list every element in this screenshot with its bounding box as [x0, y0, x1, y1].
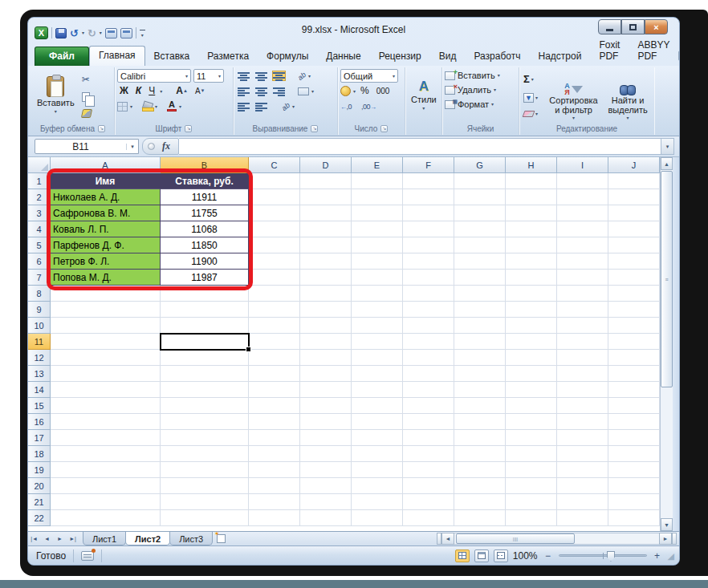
copy-button[interactable]: ▾	[80, 92, 96, 102]
cell-E6[interactable]	[352, 253, 403, 270]
cell-F16[interactable]	[403, 414, 454, 430]
tab-Foxit PDF[interactable]: Foxit PDF	[590, 35, 629, 66]
cell-F17[interactable]	[403, 430, 454, 446]
excel-logo-icon[interactable]: X	[35, 26, 48, 39]
cell-I20[interactable]	[557, 478, 608, 494]
cell-J3[interactable]	[608, 205, 660, 221]
cell-J13[interactable]	[608, 366, 660, 382]
cell-I9[interactable]	[557, 302, 608, 318]
cell-D11[interactable]	[300, 334, 352, 350]
cell-J8[interactable]	[608, 286, 660, 302]
vertical-scrollbar[interactable]: ▲ ≡ ▼	[660, 157, 673, 531]
cell-G11[interactable]	[454, 334, 506, 350]
cell-I12[interactable]	[557, 350, 608, 366]
align-middle-button[interactable]	[255, 71, 267, 80]
grow-font-button[interactable]: А▲	[173, 85, 190, 97]
cell-I15[interactable]	[557, 398, 608, 414]
cell-G16[interactable]	[454, 414, 506, 430]
scroll-up-icon[interactable]: ▲	[661, 157, 673, 170]
zoom-slider-thumb[interactable]	[607, 551, 615, 562]
delete-cells-button[interactable]: × Удалить▾	[445, 83, 516, 97]
cell-H11[interactable]	[506, 334, 557, 350]
page-break-view-button[interactable]	[494, 549, 508, 562]
cell-A15[interactable]	[51, 398, 161, 414]
cell-C2[interactable]	[249, 189, 300, 205]
cell-C8[interactable]	[249, 286, 300, 302]
cell-F11[interactable]	[403, 334, 454, 350]
cell-G12[interactable]	[454, 350, 506, 366]
fill-color-icon[interactable]	[142, 102, 153, 112]
cell-F1[interactable]	[403, 173, 454, 189]
shrink-font-button[interactable]: А▼	[193, 85, 208, 97]
cell-I5[interactable]	[557, 237, 608, 253]
cell-G3[interactable]	[454, 205, 506, 221]
cell-G5[interactable]	[454, 237, 506, 253]
tab-Главная[interactable]: Главная	[89, 46, 145, 66]
cell-F2[interactable]	[403, 189, 454, 205]
cell-E16[interactable]	[352, 414, 403, 430]
align-top-button[interactable]	[238, 71, 250, 80]
cell-A9[interactable]	[51, 302, 161, 318]
cell-G8[interactable]	[454, 286, 506, 302]
close-button[interactable]: ×	[645, 19, 668, 34]
cell-B17[interactable]	[161, 430, 249, 446]
cell-A10[interactable]	[51, 318, 161, 334]
align-center-button[interactable]	[255, 87, 267, 95]
formula-input[interactable]	[179, 138, 661, 155]
row-header-10[interactable]: 10	[28, 318, 51, 334]
first-sheet-button[interactable]: |◄	[28, 532, 41, 545]
scrollbar-resize-handle[interactable]	[672, 533, 677, 545]
tab-Рецензир[interactable]: Рецензир	[370, 47, 430, 66]
cell-J12[interactable]	[608, 350, 660, 366]
cell-A21[interactable]	[51, 494, 161, 510]
cell-B10[interactable]	[161, 318, 249, 334]
cell-E7[interactable]	[352, 270, 403, 286]
cell-G22[interactable]	[454, 510, 506, 526]
cell-I8[interactable]	[557, 286, 608, 302]
percent-format-button[interactable]: %	[358, 85, 372, 97]
row-header-13[interactable]: 13	[28, 366, 51, 382]
cell-C17[interactable]	[249, 430, 300, 446]
horizontal-scroll-thumb[interactable]: ||||	[456, 533, 575, 544]
increase-indent-button[interactable]	[255, 102, 267, 111]
row-header-16[interactable]: 16	[28, 414, 51, 430]
cell-C19[interactable]	[249, 462, 300, 478]
cell-B22[interactable]	[161, 510, 249, 526]
cell-J17[interactable]	[608, 430, 660, 446]
cell-I17[interactable]	[557, 430, 608, 446]
cell-G18[interactable]	[454, 446, 506, 462]
cell-F7[interactable]	[403, 270, 454, 286]
row-header-18[interactable]: 18	[28, 446, 51, 462]
cell-B14[interactable]	[161, 382, 249, 398]
tab-file[interactable]: Файл	[35, 47, 89, 66]
cell-D1[interactable]	[300, 173, 352, 189]
cell-C21[interactable]	[249, 494, 300, 510]
cell-I4[interactable]	[557, 221, 608, 237]
cell-J16[interactable]	[608, 414, 660, 430]
cell-B16[interactable]	[161, 414, 249, 430]
customize-qat-button[interactable]: ▾	[140, 28, 145, 39]
cell-A22[interactable]	[51, 510, 161, 526]
cell-F8[interactable]	[403, 286, 454, 302]
cell-H8[interactable]	[506, 286, 557, 302]
row-header-14[interactable]: 14	[28, 382, 51, 398]
next-sheet-button[interactable]: ►	[54, 532, 67, 545]
cell-C22[interactable]	[249, 510, 300, 526]
orientation-icon[interactable]: ab	[296, 70, 307, 81]
cell-G17[interactable]	[454, 430, 506, 446]
cell-D16[interactable]	[300, 414, 352, 430]
cell-F4[interactable]	[403, 221, 454, 237]
cell-C18[interactable]	[249, 446, 300, 462]
sheet-tab-Лист3[interactable]: Лист3	[169, 532, 213, 545]
font-color-icon[interactable]: А	[167, 101, 177, 112]
cell-E10[interactable]	[352, 318, 403, 334]
page-layout-view-button[interactable]	[474, 549, 489, 562]
cell-B20[interactable]	[161, 478, 249, 494]
increase-decimal-icon[interactable]: ←,0	[340, 103, 352, 111]
collapse-ribbon-icon[interactable]: ∧	[678, 51, 680, 61]
cell-E1[interactable]	[352, 173, 403, 189]
row-header-17[interactable]: 17	[28, 430, 51, 446]
cell-B13[interactable]	[161, 366, 249, 382]
cell-E13[interactable]	[352, 366, 403, 382]
cell-D14[interactable]	[300, 382, 352, 398]
